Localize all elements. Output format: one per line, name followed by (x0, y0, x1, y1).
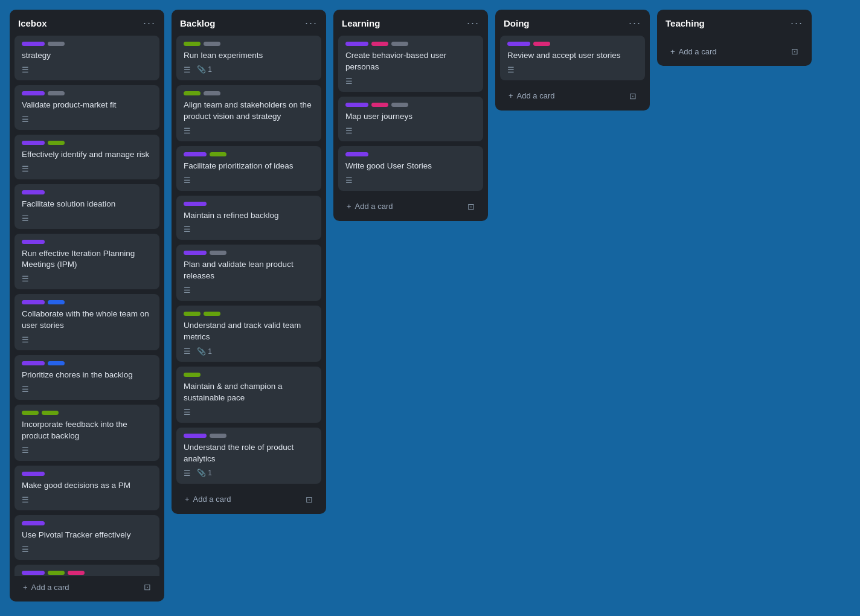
card[interactable]: Facilitate solution ideation☰ (14, 184, 159, 229)
plus-icon: + (509, 91, 513, 100)
add-card-button[interactable]: +Add a card⊡ (500, 86, 645, 106)
column-menu-button[interactable]: ··· (791, 17, 803, 30)
purple-tag (22, 361, 45, 365)
card[interactable]: Understand the role of product analytics… (176, 428, 321, 484)
column-menu-button[interactable]: ··· (305, 17, 318, 30)
pink-tag (68, 571, 85, 575)
column-cards (657, 36, 812, 40)
purple-tag (184, 434, 207, 438)
list-icon: ☰ (184, 176, 191, 185)
board: Icebox···strategy☰Validate product-marke… (0, 0, 860, 616)
card-title: Effectively identify and manage risk (22, 149, 152, 161)
column-learning: Learning···Create behavior-based user pe… (333, 10, 488, 221)
card[interactable]: Collaborate with the whole team on user … (14, 294, 159, 350)
card[interactable]: Make good decisions as a PM☰ (14, 466, 159, 510)
column-header: Learning··· (333, 10, 488, 36)
purple-tag (22, 141, 45, 145)
card[interactable]: Prioritize chores in the backlog☰ (14, 355, 159, 400)
attachment-count: 📎 1 (197, 65, 212, 74)
card-title: Maintain a refined backlog (184, 210, 314, 222)
add-card-button[interactable]: +Add a card⊡ (176, 490, 321, 509)
card[interactable]: Run lean experiments☰📎 1 (176, 36, 321, 80)
card[interactable]: strategy☰ (14, 36, 159, 80)
card-footer: ☰ (184, 408, 314, 417)
card[interactable]: Maintain a refined backlog☰ (176, 196, 321, 240)
card-footer: ☰ (22, 495, 152, 504)
column-menu-button[interactable]: ··· (143, 17, 156, 30)
template-icon[interactable]: ⊡ (306, 495, 313, 504)
card[interactable]: Align team and stakeholders on the produ… (176, 85, 321, 141)
add-card-button[interactable]: +Add a card⊡ (338, 197, 483, 216)
column-menu-button[interactable]: ··· (467, 17, 480, 30)
purple-tag (22, 472, 45, 476)
template-icon[interactable]: ⊡ (467, 202, 475, 211)
card-title: Plan and validate lean product releases (184, 259, 314, 282)
card[interactable]: Review and accept user stories☰ (500, 36, 645, 80)
purple-tag (345, 152, 368, 156)
list-icon: ☰ (22, 115, 29, 124)
card-tags (22, 42, 152, 46)
card-footer: ☰ (345, 126, 476, 135)
card-tags (22, 411, 152, 415)
add-card-label: Add a card (31, 583, 69, 592)
list-icon: ☰ (345, 126, 353, 135)
card-title: Run lean experiments (184, 50, 314, 62)
column-cards: Create behavior-based user personas☰Map … (333, 36, 488, 196)
green-tag (184, 312, 201, 316)
card[interactable]: Demonstrate the product... (14, 565, 159, 576)
plus-icon: + (23, 583, 28, 592)
card-tags (184, 91, 314, 95)
card-title: Incorporate feedback into the product ba… (22, 419, 152, 442)
list-icon: ☰ (22, 274, 29, 283)
card[interactable]: Understand and track valid team metrics☰… (176, 306, 321, 362)
card[interactable]: Validate product-market fit☰ (14, 85, 159, 130)
card-title: Understand and track valid team metrics (184, 320, 314, 343)
column-backlog: Backlog···Run lean experiments☰📎 1Align … (172, 10, 326, 514)
add-card-left: +Add a card (509, 91, 554, 100)
card-tags (184, 251, 314, 255)
column-menu-button[interactable]: ··· (629, 17, 641, 30)
card-title: Create behavior-based user personas (345, 50, 476, 73)
card-tags (345, 42, 476, 46)
gray-tag (210, 434, 226, 438)
template-icon[interactable]: ⊡ (144, 582, 151, 592)
card[interactable]: Create behavior-based user personas☰ (338, 36, 483, 92)
card[interactable]: Map user journeys☰ (338, 97, 483, 141)
card[interactable]: Write good User Stories☰ (338, 146, 483, 191)
purple-tag (345, 42, 368, 46)
plus-icon: + (347, 202, 351, 211)
card-title: Understand the role of product analytics (184, 442, 314, 465)
card-tags (22, 361, 152, 365)
green-tag (210, 152, 226, 156)
column-cards: Review and accept user stories☰ (495, 36, 650, 85)
card[interactable]: Facilitate prioritization of ideas☰ (176, 146, 321, 191)
template-icon[interactable]: ⊡ (791, 47, 798, 56)
column-cards: strategy☰Validate product-market fit☰Eff… (10, 36, 164, 576)
card[interactable]: Incorporate feedback into the product ba… (14, 405, 159, 461)
card-title: Validate product-market fit (22, 100, 152, 111)
purple-tag (22, 571, 45, 575)
add-card-button[interactable]: +Add a card⊡ (662, 42, 807, 61)
card[interactable]: Effectively identify and manage risk☰ (14, 135, 159, 179)
card[interactable]: Use Pivotal Tracker effectively☰ (14, 515, 159, 560)
add-card-button[interactable]: +Add a card⊡ (14, 577, 159, 597)
green-tag (184, 91, 201, 95)
card[interactable]: Plan and validate lean product releases☰ (176, 245, 321, 301)
card[interactable]: Run effective Iteration Planning Meeting… (14, 234, 159, 290)
gray-tag (210, 251, 226, 255)
purple-tag (184, 202, 207, 206)
column-title: Learning (342, 18, 380, 28)
add-card-label: Add a card (679, 47, 717, 56)
card-footer: ☰ (345, 176, 476, 185)
card-footer: ☰ (22, 545, 152, 554)
card-title: Prioritize chores in the backlog (22, 370, 152, 381)
purple-tag (184, 251, 207, 255)
template-icon[interactable]: ⊡ (629, 91, 637, 101)
card-title: strategy (22, 50, 152, 62)
card-title: Facilitate prioritization of ideas (184, 161, 314, 172)
card[interactable]: Maintain & and champion a sustainable pa… (176, 367, 321, 423)
blue-tag (48, 361, 65, 365)
card-footer: ☰ (184, 286, 314, 295)
plus-icon: + (670, 47, 675, 56)
add-card-left: +Add a card (23, 583, 69, 592)
